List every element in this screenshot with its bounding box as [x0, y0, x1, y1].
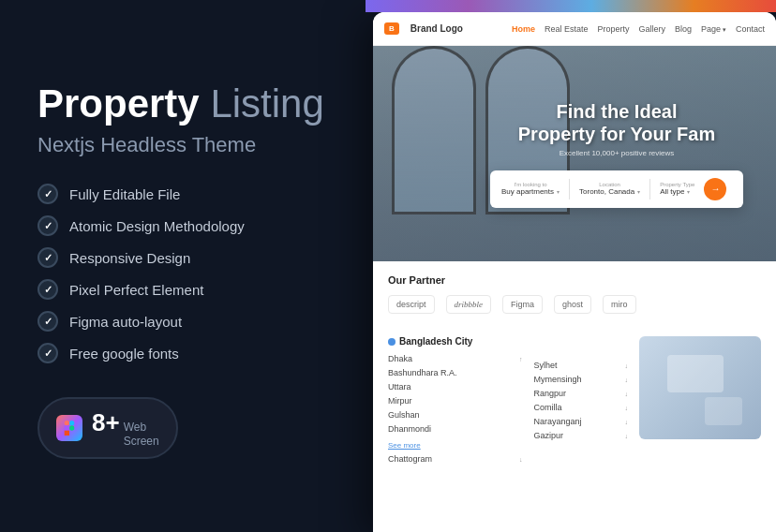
city-item: See more [388, 438, 523, 450]
svg-rect-3 [69, 425, 74, 430]
city-item: Narayanganj↓ [534, 417, 628, 426]
search-value-3[interactable]: All type [660, 187, 694, 196]
gradient-bar [366, 0, 776, 12]
search-field-type: Property Type All type [660, 182, 694, 196]
partners-section: Our Partner descriptdribbbleFigmaghostmi… [373, 261, 776, 327]
badge-label: Web Screen [124, 421, 159, 448]
browser-window: B Brand Logo HomeReal EstatePropertyGall… [373, 12, 776, 532]
search-field-looking: I'm looking to Buy apartments [501, 182, 560, 196]
city-list-right: Sylhet↓Mymensingh↓Rangpur↓Comilla↓Naraya… [534, 361, 628, 440]
partner-logo: Figma [502, 295, 543, 314]
hero-content: Find the IdealProperty for Your Fam Exce… [378, 100, 771, 208]
nav-link[interactable]: Blog [675, 24, 692, 34]
city-item: Gazipur↓ [534, 431, 628, 440]
partners-title: Our Partner [388, 274, 761, 286]
search-field-location: Location Toronto, Canada [579, 182, 640, 196]
hero-subtitle: Excellent 10,000+ positive reviews [490, 149, 743, 157]
feature-item: Atomic Design Methodology [37, 215, 328, 236]
feature-item: Responsive Design [37, 247, 328, 268]
city-item: Dhaka↑ [388, 354, 523, 363]
map-placeholder [639, 336, 761, 439]
browser-nav: B Brand Logo HomeReal EstatePropertyGall… [373, 12, 776, 46]
title-light: Listing [210, 81, 323, 126]
city-arrow-icon: ↓ [625, 391, 629, 397]
search-divider-2 [649, 179, 650, 200]
city-list-left: Dhaka↑Bashundhara R.A.UttaraMirpurGulsha… [388, 354, 523, 464]
search-bar[interactable]: I'm looking to Buy apartments Location T… [490, 170, 743, 208]
nav-links: HomeReal EstatePropertyGalleryBlogPageCo… [512, 24, 765, 34]
figma-icon [56, 415, 82, 441]
badge-text: 8+ Web Screen [92, 408, 159, 448]
city-arrow-icon: ↓ [625, 419, 629, 425]
city-item: Gulshan [388, 410, 523, 420]
hero-title: Find the IdealProperty for Your Fam [490, 100, 743, 145]
badge-number: 8+ [92, 408, 120, 437]
partner-logos: descriptdribbbleFigmaghostmiro [388, 295, 761, 314]
partner-logo: dribbble [446, 295, 492, 314]
feature-item: Free google fonts [37, 343, 328, 363]
city-header: Bangladesh City [388, 336, 523, 347]
feature-item: Fully Editable File [37, 184, 328, 204]
partner-logo: descript [388, 295, 435, 314]
city-right-names: Sylhet↓Mymensingh↓Rangpur↓Comilla↓Naraya… [534, 336, 628, 464]
subtitle: Nextjs Headless Theme [37, 133, 328, 157]
city-item: Bashundhara R.A. [388, 368, 523, 377]
brand-name: Brand Logo [410, 23, 463, 34]
main-title: Property Listing [37, 82, 328, 126]
hero-section: Find the IdealProperty for Your Fam Exce… [373, 46, 776, 261]
right-panel: B Brand Logo HomeReal EstatePropertyGall… [366, 0, 776, 532]
check-icon [37, 215, 58, 236]
city-item: Uttara [388, 382, 523, 392]
svg-rect-2 [65, 425, 69, 430]
city-item: Dhanmondi [388, 424, 523, 434]
city-arrow-icon: ↓ [625, 405, 629, 411]
partner-logo: miro [603, 295, 636, 314]
brand-logo-box: B [384, 22, 399, 35]
city-arrow-icon: ↓ [519, 456, 523, 463]
nav-link[interactable]: Gallery [638, 24, 665, 34]
feature-list: Fully Editable FileAtomic Design Methodo… [37, 184, 328, 363]
see-more-link[interactable]: See more [388, 441, 421, 450]
nav-link[interactable]: Real Estate [545, 24, 589, 34]
city-item: Sylhet↓ [534, 361, 628, 370]
city-item: Mymensingh↓ [534, 375, 628, 384]
check-icon [37, 311, 58, 332]
left-panel: Property Listing Nextjs Headless Theme F… [0, 0, 366, 532]
nav-link[interactable]: Contact [736, 24, 765, 34]
nav-link[interactable]: Home [512, 24, 535, 34]
check-icon [37, 279, 58, 300]
feature-item: Figma auto-layout [37, 311, 328, 332]
search-value-2[interactable]: Toronto, Canada [579, 187, 640, 196]
check-icon [37, 247, 58, 268]
search-value-1[interactable]: Buy apartments [501, 187, 560, 196]
city-left-col: Bangladesh City Dhaka↑Bashundhara R.A.Ut… [388, 336, 523, 464]
location-dot-icon [388, 338, 395, 346]
city-arrow-icon: ↓ [625, 377, 629, 383]
badge: 8+ Web Screen [37, 397, 178, 459]
svg-rect-1 [69, 421, 74, 425]
city-arrow-icon: ↑ [519, 356, 523, 362]
search-divider-1 [569, 179, 570, 200]
title-bold: Property [37, 81, 200, 126]
svg-rect-4 [65, 431, 69, 436]
check-icon [37, 184, 58, 204]
city-section: Bangladesh City Dhaka↑Bashundhara R.A.Ut… [373, 327, 776, 473]
city-item: Mirpur [388, 396, 523, 406]
city-item: Rangpur↓ [534, 389, 628, 398]
city-item: Chattogram↓ [388, 454, 523, 464]
nav-link[interactable]: Property [597, 24, 629, 34]
search-button[interactable]: → [704, 178, 726, 200]
city-arrow-icon: ↓ [625, 433, 629, 439]
check-icon [37, 343, 58, 363]
feature-item: Pixel Perfect Element [37, 279, 328, 300]
nav-link[interactable]: Page [701, 24, 726, 34]
city-arrow-icon: ↓ [625, 362, 629, 369]
partner-logo: ghost [554, 295, 591, 314]
svg-rect-0 [65, 421, 69, 425]
badge-area: 8+ Web Screen [37, 397, 328, 459]
city-title: Bangladesh City [399, 336, 472, 347]
city-item: Comilla↓ [534, 403, 628, 412]
